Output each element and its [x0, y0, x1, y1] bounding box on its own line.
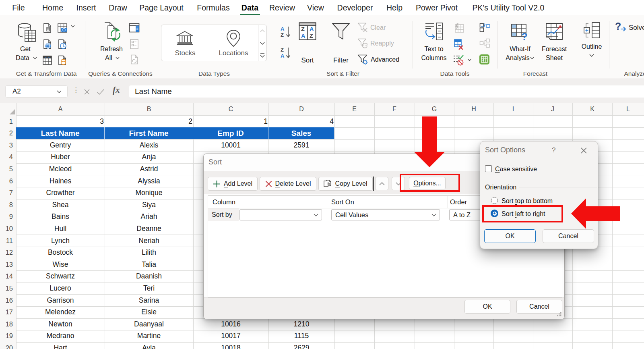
svg-text:Z: Z — [301, 26, 305, 32]
svg-text:J: J — [482, 58, 484, 62]
svg-text:A: A — [310, 26, 314, 32]
svg-text:?: ? — [521, 31, 528, 41]
svg-text:Z: Z — [310, 33, 313, 39]
svg-text:A: A — [301, 33, 305, 39]
svg-text:Z: Z — [281, 47, 284, 53]
svg-text:A: A — [281, 26, 285, 32]
svg-text:A: A — [281, 53, 285, 59]
svg-text:Z: Z — [281, 32, 284, 38]
